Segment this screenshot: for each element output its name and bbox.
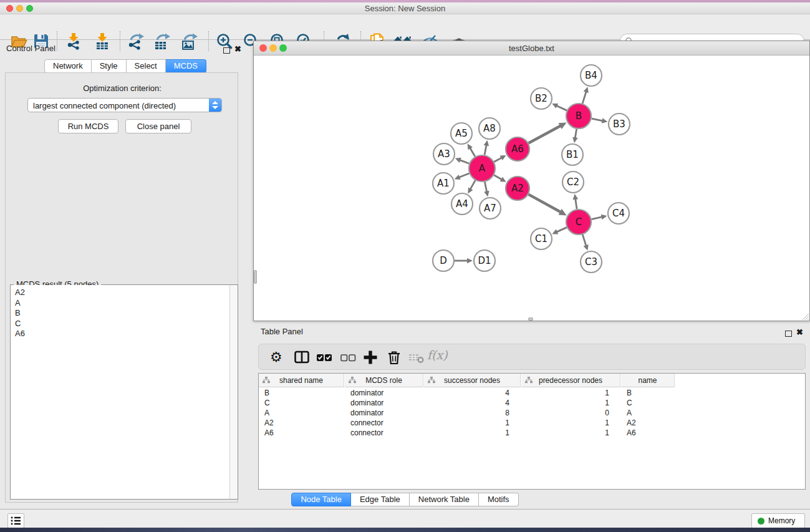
graph-node-label: A6 <box>511 143 524 155</box>
import-network-icon[interactable] <box>65 32 82 50</box>
graph-node-label: A7 <box>484 203 496 214</box>
column-header-shared-name[interactable]: shared name <box>259 374 344 387</box>
memory-label: Memory <box>768 516 795 525</box>
table-row[interactable]: A2connector11A2 <box>259 418 806 428</box>
mcds-result-item[interactable]: C <box>15 319 238 329</box>
table-settings-gear-icon[interactable]: ⚙ <box>270 349 286 365</box>
mcds-result-scrollbar[interactable] <box>229 285 238 499</box>
table-cell: 8 <box>424 409 521 417</box>
status-bar: Memory <box>0 509 810 528</box>
mcds-tab-panel: Optimization criterion: largest connecte… <box>5 72 238 503</box>
table-cell: dominator <box>345 399 423 407</box>
graph-edge-A-A3[interactable] <box>460 160 470 163</box>
criterion-dropdown[interactable]: largest connected component (directed) <box>27 98 222 112</box>
mcds-result-groupbox: MCDS result (5 nodes) A2ABCA6 <box>10 284 238 500</box>
graph-node-label: B <box>576 110 582 122</box>
tab-style[interactable]: Style <box>92 59 127 73</box>
tab-motifs[interactable]: Motifs <box>479 493 519 506</box>
table-cell: dominator <box>345 409 423 417</box>
table-cell: B <box>621 389 675 397</box>
graph-node-label: A1 <box>437 178 450 189</box>
graph-edge-arrowhead <box>484 140 489 147</box>
table-cell: B <box>259 389 344 397</box>
mcds-result-list[interactable]: A2ABCA6 <box>11 285 238 499</box>
graph-edge-A-A7[interactable] <box>485 182 486 192</box>
column-header-name[interactable]: name <box>621 374 675 387</box>
graph-edge-C-C4[interactable] <box>592 217 603 220</box>
graph-edge-C-C1[interactable] <box>556 228 567 233</box>
graph-edge-A-A4[interactable] <box>470 180 475 190</box>
table-panel-float-button[interactable] <box>785 328 792 339</box>
split-column-icon[interactable] <box>294 349 310 365</box>
table-row[interactable]: Bdominator41B <box>259 388 806 398</box>
criterion-dropdown-value: largest connected component (directed) <box>33 99 176 112</box>
table-cell: A2 <box>621 418 675 427</box>
table-row[interactable]: Cdominator41C <box>259 398 806 408</box>
graph-edge-A2-C[interactable] <box>529 195 561 213</box>
deselect-all-columns-icon[interactable] <box>340 349 356 365</box>
graph-edge-A-A5[interactable] <box>470 148 475 157</box>
tab-edge-table[interactable]: Edge Table <box>351 493 410 506</box>
graph-edge-B-B4[interactable] <box>582 91 586 104</box>
network-window-titlebar[interactable]: testGlobe.txt <box>254 41 809 56</box>
control-panel-close-button[interactable]: ✖ <box>234 43 241 54</box>
tab-select[interactable]: Select <box>127 59 166 73</box>
column-header-MCDS-role[interactable]: MCDS role <box>345 374 423 387</box>
add-column-icon[interactable] <box>362 349 378 365</box>
mcds-result-item[interactable]: A <box>15 298 238 309</box>
export-network-icon[interactable] <box>127 32 145 50</box>
graph-edge-A-A6[interactable] <box>494 158 502 162</box>
memory-button[interactable]: Memory <box>751 513 805 528</box>
control-panel-float-button[interactable] <box>223 45 230 56</box>
graph-edge-A-A8[interactable] <box>485 145 486 155</box>
table-cell: 1 <box>424 428 521 437</box>
tab-network-table[interactable]: Network Table <box>410 493 479 506</box>
import-table-icon[interactable] <box>94 32 111 50</box>
graph-node-label: C4 <box>612 208 625 219</box>
tab-network[interactable]: Network <box>44 59 92 73</box>
resize-grip-icon[interactable] <box>801 312 809 320</box>
column-header-label: predecessor nodes <box>521 376 620 385</box>
table-cell: 1 <box>521 428 620 437</box>
graph-node-label: B1 <box>566 149 579 160</box>
list-icon <box>8 514 24 528</box>
graph-node-label: D1 <box>478 255 491 266</box>
network-view-window: testGlobe.txt AA2A6BCA1A3A4A5A7A8B1B2B3B… <box>253 41 810 321</box>
graph-node-label: B4 <box>585 70 597 81</box>
table-cell: C <box>259 399 344 407</box>
graph-edge-B-B2[interactable] <box>556 105 567 110</box>
table-panel-close-button[interactable]: ✖ <box>796 326 803 337</box>
network-canvas[interactable]: AA2A6BCA1A3A4A5A7A8B1B2B3B4C1C2C3C4DD1 <box>254 56 809 321</box>
graph-edge-C-C3[interactable] <box>582 235 586 246</box>
graph-edge-A-A1[interactable] <box>459 173 470 177</box>
table-cell: A2 <box>259 418 344 427</box>
select-all-columns-icon[interactable] <box>316 349 332 365</box>
column-header-label: name <box>621 376 674 385</box>
graph-edge-A6-B[interactable] <box>529 125 561 143</box>
table-panel-title: Table Panel <box>261 327 303 336</box>
column-header-predecessor-nodes[interactable]: predecessor nodes <box>521 374 620 387</box>
graph-edge-B-B1[interactable] <box>575 129 576 138</box>
close-panel-button[interactable]: Close panel <box>125 119 191 133</box>
network-horizontal-scrollbar[interactable] <box>528 317 533 321</box>
graph-edge-B-B3[interactable] <box>592 118 603 121</box>
tab-node-table[interactable]: Node Table <box>291 493 351 506</box>
export-table-icon[interactable] <box>153 32 171 50</box>
network-vertical-scrollbar[interactable] <box>254 270 257 284</box>
table-row[interactable]: A6connector11A6 <box>259 428 806 438</box>
column-header-successor-nodes[interactable]: successor nodes <box>424 374 521 387</box>
tab-mcds[interactable]: MCDS <box>166 59 206 73</box>
run-mcds-button[interactable]: Run MCDS <box>58 119 118 133</box>
task-history-button[interactable] <box>7 513 24 528</box>
mcds-result-item[interactable]: A2 <box>15 288 238 298</box>
mcds-result-item[interactable]: A6 <box>15 329 238 339</box>
table-row[interactable]: Adominator80A <box>259 408 806 418</box>
export-image-icon[interactable] <box>181 32 198 50</box>
graph-edge-arrowhead <box>602 118 608 123</box>
graph-edge-C-C2[interactable] <box>576 198 577 209</box>
graph-edge-A-A2[interactable] <box>494 175 502 180</box>
mcds-result-item[interactable]: B <box>15 308 238 319</box>
memory-status-icon <box>758 518 764 525</box>
node-table[interactable]: shared nameMCDS rolesuccessor nodesprede… <box>258 373 806 490</box>
delete-column-icon[interactable] <box>386 349 402 365</box>
